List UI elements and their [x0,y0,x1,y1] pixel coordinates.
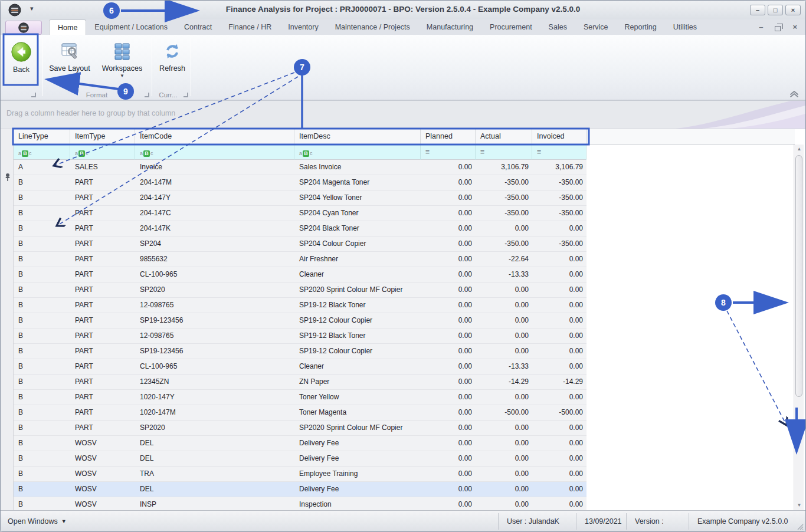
tab-finance-hr[interactable]: Finance / HR [220,19,280,35]
tab-maintenance-projects[interactable]: Maintenance / Projects [327,19,418,35]
grid-cell[interactable]: -14.29 [532,375,587,389]
grid-cell[interactable]: 0.00 [476,421,532,435]
grid-cell[interactable]: 0.00 [532,451,587,466]
tab-utilities[interactable]: Utilities [665,19,705,35]
grid-cell[interactable]: 0.00 [532,267,587,282]
grid-cell[interactable]: 0.00 [421,237,476,251]
grid-cell[interactable]: TRA [135,467,294,481]
column-header-actual[interactable]: Actual [476,129,532,145]
grid-cell[interactable]: -350.00 [476,175,532,190]
grid-cell[interactable]: -350.00 [532,175,587,190]
grid-cell[interactable]: 0.00 [532,390,587,405]
grid-cell[interactable]: 0.00 [476,283,532,297]
grid-cell[interactable]: PART [70,405,135,420]
grid-cell[interactable]: PART [70,344,135,359]
grid-cell[interactable]: 0.00 [476,390,532,405]
grid-cell[interactable]: Invoice [135,160,294,175]
column-header-planned[interactable]: Planned [421,129,476,145]
grid-cell[interactable]: B [14,175,70,190]
grid-cell[interactable]: SP204 Cyan Toner [294,206,421,221]
filter-cell-itemcode[interactable]: aBc [135,145,294,160]
grid-cell[interactable]: DEL [135,451,294,466]
grid-cell[interactable]: 0.00 [476,467,532,481]
grid-cell[interactable]: 0.00 [532,421,587,435]
grid-cell[interactable]: 0.00 [421,191,476,205]
grid-cell[interactable]: Employee Training [294,467,421,481]
grid-cell[interactable]: -14.29 [476,375,532,389]
grid-cell[interactable]: B [14,206,70,221]
column-header-itemcode[interactable]: ItemCode [135,129,294,145]
grid-cell[interactable]: Cleaner [294,267,421,282]
grid-cell[interactable]: 12-098765 [135,298,294,313]
grid-cell[interactable]: Air Freshner [294,252,421,267]
grid-cell[interactable]: PART [70,191,135,205]
grid-cell[interactable]: B [14,267,70,282]
group-by-panel[interactable]: Drag a column header here to group by th… [1,101,805,129]
grid-cell[interactable]: SP19-123456 [135,344,294,359]
grid-cell[interactable]: PART [70,221,135,236]
scroll-up-icon[interactable]: ▲ [794,145,804,154]
grid-cell[interactable]: WOSV [70,436,135,451]
grid-cell[interactable]: 0.00 [476,298,532,313]
grid-cell[interactable]: PART [70,252,135,267]
grid-cell[interactable]: 0.00 [476,344,532,359]
grid-cell[interactable]: B [14,298,70,313]
grid-cell[interactable]: B [14,359,70,374]
grid-cell[interactable]: PART [70,421,135,435]
grid-cell[interactable]: -500.00 [476,405,532,420]
grid-cell[interactable]: PART [70,359,135,374]
grid-cell[interactable]: 0.00 [421,267,476,282]
grid-cell[interactable]: B [14,237,70,251]
grid-cell[interactable]: PART [70,206,135,221]
workspaces-button[interactable]: Workspaces ▼ [99,37,146,78]
grid-row-18[interactable]: BWOSVDELDelivery Fee0.000.000.00 [14,436,587,451]
grid-cell[interactable]: 0.00 [532,329,587,343]
tab-sales[interactable]: Sales [540,19,575,35]
grid-cell[interactable]: 0.00 [532,497,587,510]
grid-cell[interactable]: B [14,451,70,466]
current-group-launcher-icon[interactable] [184,93,188,97]
grid-cell[interactable]: 0.00 [421,313,476,328]
grid-cell[interactable]: 0.00 [421,344,476,359]
close-button[interactable]: × [785,5,801,15]
grid-cell[interactable]: SP2020 Sprint Colour MF Copier [294,421,421,435]
grid-cell[interactable]: B [14,375,70,389]
tab-contract[interactable]: Contract [176,19,220,35]
grid-cell[interactable]: SP19-123456 [135,313,294,328]
grid-cell[interactable]: 0.00 [532,313,587,328]
grid-cell[interactable]: WOSV [70,467,135,481]
grid-cell[interactable]: 0.00 [476,221,532,236]
grid-cell[interactable]: PART [70,237,135,251]
filter-cell-planned[interactable]: = [421,145,476,160]
grid-cell[interactable]: B [14,421,70,435]
grid-cell[interactable]: PART [70,329,135,343]
filter-cell-itemtype[interactable]: aBc [70,145,135,160]
grid-row-15[interactable]: BPART1020-147YToner Yellow0.000.000.00 [14,390,587,405]
grid-cell[interactable]: 0.00 [476,482,532,497]
grid-cell[interactable]: DEL [135,482,294,497]
grid-row-13[interactable]: BPARTCL-100-965Cleaner0.00-13.330.00 [14,359,587,375]
tab-manufacturing[interactable]: Manufacturing [418,19,481,35]
resize-grip-icon[interactable] [797,523,804,530]
grid-cell[interactable]: 0.00 [476,313,532,328]
grid-cell[interactable]: 3,106.79 [532,160,587,175]
column-header-itemdesc[interactable]: ItemDesc [294,129,421,145]
tab-equipment-locations[interactable]: Equipment / Locations [86,19,176,35]
grid-cell[interactable]: PART [70,267,135,282]
grid-cell[interactable]: 0.00 [421,375,476,389]
grid-row-22[interactable]: BWOSVINSPInspection0.000.000.00 [14,497,587,510]
tab-service[interactable]: Service [575,19,617,35]
grid-cell[interactable]: -13.33 [476,267,532,282]
grid-cell[interactable]: 9855632 [135,252,294,267]
grid-cell[interactable]: CL-100-965 [135,359,294,374]
grid-cell[interactable]: 0.00 [421,421,476,435]
grid-cell[interactable]: Delivery Fee [294,436,421,451]
grid-cell[interactable]: 0.00 [421,405,476,420]
column-header-linetype[interactable]: LineType [14,129,70,145]
grid-cell[interactable]: 3,106.79 [476,160,532,175]
grid-row-12[interactable]: BPARTSP19-123456SP19-12 Colour Copier0.0… [14,344,587,359]
grid-cell[interactable]: WOSV [70,451,135,466]
grid-cell[interactable]: 0.00 [421,221,476,236]
grid-row-0[interactable]: ASALESInvoiceSales Invoice0.003,106.793,… [14,160,587,175]
grid-cell[interactable]: 12-098765 [135,329,294,343]
